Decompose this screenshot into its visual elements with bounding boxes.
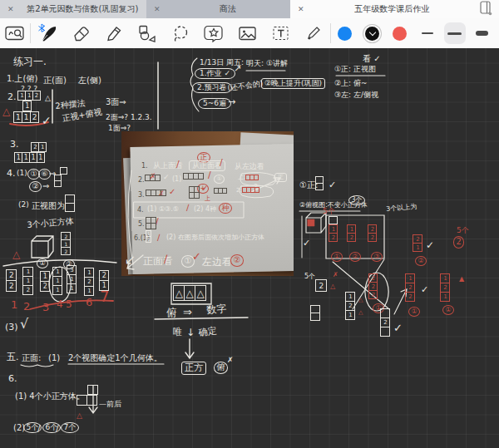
grid-diagram — [329, 217, 338, 224]
handwriting-note: ✓ — [163, 174, 170, 181]
tape-tool[interactable] — [297, 19, 330, 47]
tab-label: 五年级数学课后作业 — [309, 3, 475, 15]
handwriting-note: ✓ — [393, 322, 403, 334]
handwriting-note: 1. — [141, 163, 148, 170]
close-icon[interactable]: ✕ — [7, 5, 14, 13]
handwriting-note: (3) — [5, 322, 18, 332]
handwriting-note: 正视图为 — [32, 202, 65, 211]
handwriting-note: (1) ①③.⑤ — [147, 206, 179, 213]
handwriting-note: 4. — [137, 207, 144, 214]
grid-diagram: 121 — [346, 293, 355, 319]
handwriting-note: ✓ — [169, 188, 175, 197]
tab-bar: ✕ 第2单元因数与倍数(巩固复习) ✕ 商法 ✕ 五年级数学课后作业 — [0, 0, 499, 18]
handwriting-note: 确定 — [198, 326, 217, 337]
grid-diagram — [316, 177, 324, 190]
handwriting-note: 唯 — [173, 327, 182, 337]
handwriting-note: (1) — [48, 354, 60, 363]
handwriting-note: 正面看 — [143, 256, 173, 267]
grid-diagram — [184, 174, 203, 180]
handwriting-note: (2) 在图形后面依次增加小正方体 — [166, 234, 264, 241]
grid-diagram: 22 — [368, 225, 377, 242]
grid-diagram — [55, 175, 62, 187]
tab-label: 第2单元因数与倍数(巩固复习) — [19, 3, 146, 15]
handwriting-note: ②上: 俯~ — [334, 80, 368, 87]
page-panel-icon[interactable] — [480, 1, 492, 17]
thickness-thin[interactable] — [413, 19, 441, 47]
close-icon[interactable]: ✕ — [298, 5, 304, 13]
grid-diagram — [66, 195, 75, 212]
eraser-tool[interactable] — [64, 19, 97, 47]
handwriting-note: 正(面) — [43, 76, 67, 86]
handwriting-note: ✓ — [192, 251, 201, 263]
handwriting-note: ✗ — [227, 357, 234, 364]
tab-label: 商法 — [166, 3, 290, 15]
handwriting-note: 2个视图确定1个几何体。 — [68, 354, 162, 363]
grid-diagram: 1111 — [15, 153, 44, 163]
tab-shangfa[interactable]: ✕ 商法 — [146, 0, 290, 18]
thickness-thick[interactable] — [468, 19, 496, 47]
grid-diagram: △△△ — [174, 286, 205, 301]
shapes-tool[interactable] — [131, 19, 164, 47]
bluetooth-pen-tool[interactable] — [31, 19, 64, 47]
grid-diagram: 2 — [381, 309, 390, 336]
grid-diagram: 112 — [23, 268, 33, 294]
handwriting-note: 1.上(俯) — [7, 75, 37, 84]
handwriting-note: 6. — [8, 374, 17, 384]
sticker-tool[interactable] — [197, 19, 230, 47]
text-tool[interactable] — [264, 19, 297, 47]
grid-diagram — [246, 175, 258, 180]
handwriting-note: ∕ — [157, 234, 160, 243]
handwriting-note: 5个 — [304, 273, 315, 280]
handwriting-note: 上 — [205, 196, 210, 202]
handwriting-note: √ — [20, 318, 28, 332]
grid-diagram: 21 — [32, 143, 47, 152]
grid-diagram — [311, 306, 320, 321]
color-red[interactable] — [386, 19, 413, 47]
handwriting-note: △ — [77, 412, 82, 420]
handwriting-note: 6 — [86, 297, 92, 308]
handwriting-note: ✓ — [329, 180, 336, 190]
handwriting-note: → — [228, 97, 235, 107]
handwriting-note: 数字 — [206, 303, 227, 316]
ink-stroke — [128, 170, 133, 264]
handwriting-note: (2) — [18, 201, 29, 209]
image-tool[interactable] — [230, 19, 264, 47]
ink-stroke — [21, 365, 53, 367]
handwriting-note: 看 ✓ — [363, 55, 381, 64]
handwriting-note: (2) 4种 — [194, 206, 216, 213]
tab-unit2-factors[interactable]: ✕ 第2单元因数与倍数(巩固复习) — [0, 0, 146, 18]
thickness-medium[interactable] — [441, 19, 468, 47]
grid-diagram: 311 — [67, 266, 77, 293]
handwriting-note: 3 — [42, 302, 49, 313]
handwriting-note: △ — [330, 283, 335, 290]
handwriting-zoom-tool[interactable] — [0, 19, 30, 47]
highlighter-tool[interactable] — [97, 19, 131, 47]
ink-stroke — [185, 339, 194, 358]
handwriting-note: (1) — [172, 176, 181, 183]
handwriting-note: 2. — [138, 177, 145, 184]
handwriting-note: △ — [358, 298, 363, 303]
handwriting-note: 5 — [66, 299, 72, 310]
grid-diagram — [243, 188, 259, 193]
lasso-tool[interactable] — [164, 19, 197, 47]
color-blue[interactable] — [331, 19, 358, 47]
tab-grade5-homework[interactable]: ✕ 五年级数学课后作业 — [290, 0, 499, 18]
handwriting-note: ↙ — [125, 254, 136, 268]
ink-stroke — [308, 219, 314, 226]
grid-diagram: 222 — [369, 274, 378, 298]
ink-stroke — [3, 260, 116, 266]
grid-diagram: 22 — [7, 270, 17, 292]
handwriting-note: 左边看 — [202, 257, 232, 268]
color-black[interactable] — [358, 19, 386, 47]
close-icon[interactable]: ✕ — [154, 5, 161, 13]
notebook-canvas[interactable]: 练习一.1.上(俯)正(面)左(侧)? ? ?2.△2种摆法正视+俯视△✓3.3… — [0, 48, 499, 448]
handwriting-note: ✓ — [303, 239, 310, 249]
handwriting-note: ✓ — [426, 240, 434, 251]
handwriting-note: 3. — [10, 140, 19, 150]
grid-diagram: 111 — [53, 268, 62, 294]
grid-diagram: 121 — [441, 274, 450, 301]
handwriting-note: 2: — [236, 188, 242, 194]
handwriting-note: △ — [12, 249, 20, 260]
grid-diagram — [88, 386, 98, 395]
handwriting-note: 上: — [238, 175, 245, 180]
